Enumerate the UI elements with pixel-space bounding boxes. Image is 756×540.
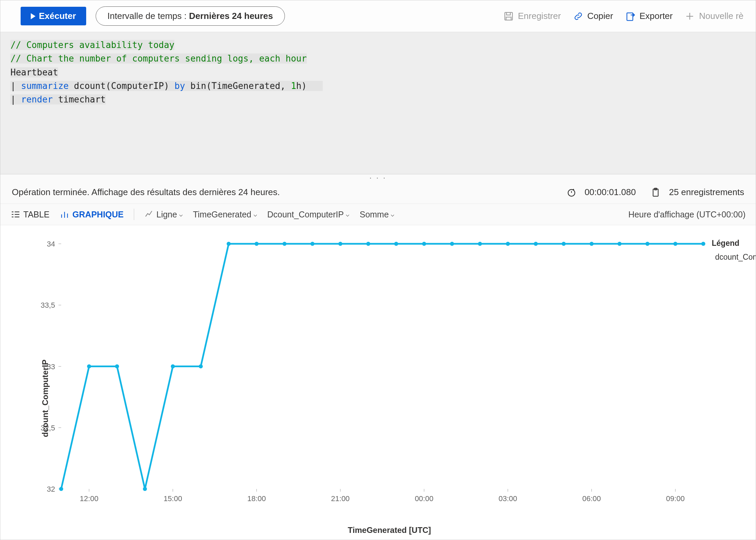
time-range-picker[interactable]: Intervalle de temps : Dernières 24 heure…: [96, 6, 285, 26]
svg-point-54: [701, 242, 705, 246]
line-chart: 3232,53333,53412:0015:0018:0021:0000:000…: [0, 225, 756, 523]
status-bar: Opération terminée. Affichage des résult…: [0, 181, 756, 204]
svg-text:06:00: 06:00: [582, 494, 601, 503]
svg-text:21:00: 21:00: [331, 494, 350, 503]
svg-text:09:00: 09:00: [666, 494, 685, 503]
save-button[interactable]: Enregistrer: [501, 9, 563, 23]
status-elapsed: 00:00:01.080: [585, 187, 636, 197]
svg-point-38: [254, 242, 259, 246]
copy-button[interactable]: Copier: [570, 9, 616, 23]
editor-line-2: // Chart the number of computers sending…: [10, 53, 307, 64]
chevron-down-icon: ⌵: [253, 211, 257, 218]
svg-point-41: [338, 242, 342, 246]
svg-text:15:00: 15:00: [164, 494, 182, 503]
tab-chart-label: GRAPHIQUE: [72, 210, 123, 219]
editor-line-3: Heartbeat: [10, 67, 58, 77]
svg-point-40: [310, 242, 314, 246]
y-field-dropdown[interactable]: Dcount_ComputerIP ⌵: [267, 210, 350, 219]
new-rule-label: Nouvelle rè: [699, 11, 743, 21]
svg-text:12:00: 12:00: [80, 494, 98, 503]
tab-table[interactable]: TABLE: [10, 209, 49, 219]
save-label: Enregistrer: [518, 11, 561, 21]
svg-point-48: [534, 242, 538, 246]
new-rule-button[interactable]: Nouvelle rè: [682, 9, 746, 23]
chart-type-dropdown[interactable]: Ligne⌵: [144, 209, 183, 219]
svg-text:18:00: 18:00: [247, 494, 266, 503]
svg-text:00:00: 00:00: [415, 494, 433, 503]
x-axis-title: TimeGenerated [UTC]: [348, 525, 431, 535]
svg-point-50: [590, 242, 594, 246]
svg-text:33,5: 33,5: [41, 301, 55, 309]
chevron-down-icon: ⌵: [391, 211, 394, 218]
chevron-down-icon: ⌵: [179, 211, 183, 218]
export-button[interactable]: Exporter: [623, 9, 675, 23]
chart-type-value: Ligne: [156, 210, 177, 219]
toolbar: Exécuter Intervalle de temps : Dernières…: [0, 0, 756, 32]
view-toolbar: TABLE GRAPHIQUE Ligne⌵ TimeGenerated ⌵ D…: [0, 204, 756, 225]
y-field-value: Dcount_ComputerIP: [267, 210, 344, 219]
clipboard-icon: [651, 187, 661, 197]
copy-label: Copier: [587, 11, 613, 21]
table-icon: [10, 209, 21, 219]
svg-point-32: [87, 365, 91, 369]
run-button-label: Exécuter: [39, 11, 76, 21]
status-records: 25 enregistrements: [669, 187, 744, 197]
svg-point-53: [673, 242, 677, 246]
time-range-value: Dernières 24 heures: [189, 11, 273, 21]
run-button[interactable]: Exécuter: [21, 7, 86, 25]
svg-point-43: [394, 242, 398, 246]
svg-point-34: [143, 487, 147, 491]
svg-point-47: [506, 242, 510, 246]
chart-area: dcount_ComputerIP TimeGenerated [UTC] Lé…: [0, 225, 756, 540]
tab-table-label: TABLE: [23, 210, 49, 219]
svg-text:03:00: 03:00: [498, 494, 517, 503]
svg-point-31: [59, 487, 63, 491]
svg-point-39: [283, 242, 287, 246]
svg-point-45: [450, 242, 454, 246]
aggregation-dropdown[interactable]: Somme ⌵: [360, 210, 394, 219]
link-icon: [573, 11, 583, 21]
svg-point-33: [115, 365, 119, 369]
svg-point-37: [227, 242, 231, 246]
line-chart-icon: [144, 209, 154, 219]
legend-series-label: dcount_Compu: [715, 253, 756, 262]
svg-text:34: 34: [47, 240, 55, 248]
tab-chart[interactable]: GRAPHIQUE: [59, 209, 123, 219]
chart-legend: Légend dcount_Compu: [712, 239, 756, 262]
play-icon: [31, 13, 35, 19]
svg-point-42: [366, 242, 370, 246]
plus-icon: [685, 11, 695, 21]
export-label: Exporter: [639, 11, 673, 21]
aggregation-value: Somme: [360, 210, 389, 219]
resize-handle[interactable]: . . .: [0, 174, 756, 181]
export-icon: [625, 11, 635, 21]
x-field-dropdown[interactable]: TimeGenerated ⌵: [193, 210, 257, 219]
timezone-value: Heure d'affichage (UTC+00:00): [628, 210, 746, 219]
svg-point-44: [422, 242, 426, 246]
x-field-value: TimeGenerated: [193, 210, 251, 219]
separator: [134, 209, 134, 220]
svg-point-51: [617, 242, 621, 246]
legend-item[interactable]: dcount_Compu: [712, 253, 756, 262]
timezone-dropdown[interactable]: Heure d'affichage (UTC+00:00): [628, 210, 746, 219]
svg-point-35: [171, 365, 175, 369]
save-icon: [504, 11, 514, 21]
legend-title: Légend: [712, 239, 756, 248]
y-axis-title: dcount_ComputerIP: [41, 359, 50, 437]
svg-point-36: [199, 365, 203, 369]
svg-rect-1: [627, 13, 633, 21]
bar-chart-icon: [59, 209, 70, 219]
editor-line-1: // Computers availability today: [10, 40, 174, 50]
status-message: Opération terminée. Affichage des résult…: [12, 187, 280, 197]
query-editor[interactable]: // Computers availability today// Chart …: [0, 32, 756, 174]
chevron-down-icon: ⌵: [346, 211, 349, 218]
time-range-prefix: Intervalle de temps :: [107, 11, 189, 21]
svg-point-49: [562, 242, 566, 246]
svg-point-52: [645, 242, 650, 246]
svg-text:32: 32: [47, 485, 55, 493]
stopwatch-icon: [566, 187, 577, 197]
svg-point-46: [478, 242, 482, 246]
